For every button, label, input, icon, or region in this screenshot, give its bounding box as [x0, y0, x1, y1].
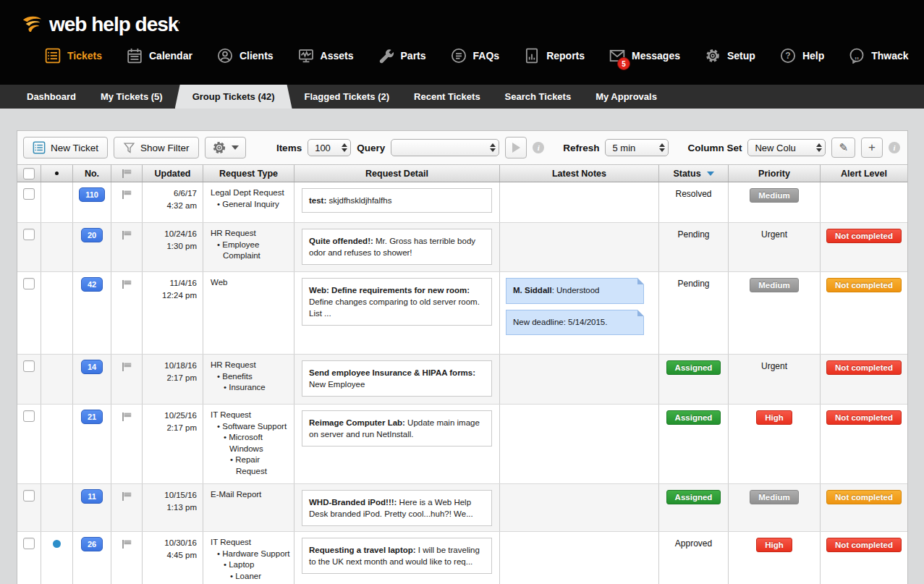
flag-toggle[interactable] [122, 362, 132, 372]
column-header-dot[interactable] [41, 165, 73, 182]
flag-toggle[interactable] [122, 190, 132, 200]
updated-cell: 10/30/164:45 pm [143, 532, 203, 584]
clients-icon [217, 48, 233, 64]
ticket-number-badge[interactable]: 11 [81, 489, 103, 504]
parts-icon [378, 48, 394, 64]
nav-item-clients[interactable]: Clients [217, 48, 274, 64]
request-detail[interactable]: Web: Define requirements for new room: D… [302, 278, 492, 326]
tab-group-tickets-42[interactable]: Group Tickets (42) [175, 85, 292, 109]
column-header-alert[interactable]: Alert Level [821, 165, 907, 182]
ticket-number-badge[interactable]: 21 [81, 410, 103, 424]
request-detail[interactable]: Reimage Computer Lab: Update main image … [302, 410, 492, 447]
nav-item-tickets[interactable]: Tickets [45, 48, 102, 64]
column-header-no[interactable]: No. [73, 165, 111, 182]
nav-item-setup[interactable]: Setup [705, 48, 755, 64]
items-per-page-select[interactable]: 100 [308, 139, 351, 156]
tab-my-approvals[interactable]: My Approvals [583, 85, 669, 109]
query-select[interactable] [391, 139, 499, 156]
query-info-icon[interactable]: i [533, 142, 544, 153]
row-checkbox[interactable] [23, 188, 35, 200]
tab-dashboard[interactable]: Dashboard [14, 85, 88, 109]
run-query-button[interactable] [505, 137, 527, 158]
show-filter-button[interactable]: Show Filter [114, 137, 199, 158]
ticket-number-cell: 26 [73, 532, 111, 584]
ticket-number-badge[interactable]: 14 [81, 360, 103, 374]
unread-cell [41, 532, 73, 584]
refresh-interval-select[interactable]: 5 min [605, 139, 669, 156]
edit-column-set-button[interactable]: ✎ [831, 137, 855, 158]
tab-flagged-tickets-2[interactable]: Flagged Tickets (2) [292, 85, 402, 109]
alert-level-cell [821, 182, 907, 222]
settings-dropdown-button[interactable] [205, 137, 246, 158]
column-header-status[interactable]: Status [659, 165, 729, 182]
flag-toggle[interactable] [122, 279, 132, 289]
flag-icon [122, 539, 132, 549]
row-checkbox[interactable] [23, 360, 35, 372]
flag-toggle[interactable] [122, 412, 132, 422]
request-detail[interactable]: test: skjdfhskldjhfalfhs [302, 188, 492, 213]
unread-cell [41, 223, 73, 271]
column-header-notes[interactable]: Latest Notes [500, 165, 659, 182]
nav-item-calendar[interactable]: Calendar [127, 48, 192, 64]
priority-badge: Medium [750, 278, 798, 292]
add-column-set-button[interactable]: + [861, 137, 883, 158]
checkbox-cell [17, 355, 41, 404]
ticket-number-badge[interactable]: 42 [81, 277, 103, 292]
column-header-detail[interactable]: Request Detail [294, 165, 500, 182]
nav-label: Reports [546, 50, 585, 62]
flag-cell [111, 532, 143, 584]
row-checkbox[interactable] [23, 278, 35, 289]
request-detail[interactable]: Send employee Insurance & HIPAA forms: N… [302, 360, 492, 397]
tab-recent-tickets[interactable]: Recent Tickets [402, 85, 493, 109]
updated-cell: 10/18/162:17 pm [143, 355, 203, 404]
nav-item-reports[interactable]: Reports [524, 48, 585, 64]
status-text: Pending [659, 229, 728, 240]
request-detail[interactable]: WHD-Branded iPod!!!: Here is a Web Help … [302, 490, 492, 526]
tab-search-tickets[interactable]: Search Tickets [493, 85, 584, 109]
column-header-flag[interactable] [111, 165, 143, 182]
nav-item-help[interactable]: ?Help [780, 48, 824, 64]
alert-level-badge: Not completed [826, 229, 902, 243]
select-all-checkbox[interactable] [23, 168, 35, 179]
column-header-updated[interactable]: Updated [143, 165, 203, 182]
checkbox-cell [17, 532, 41, 584]
column-label: Priority [758, 169, 790, 179]
request-detail-cell: Web: Define requirements for new room: D… [294, 272, 500, 354]
nav-label: Clients [240, 50, 274, 62]
flag-toggle[interactable] [122, 230, 132, 240]
tab-my-tickets-5[interactable]: My Tickets (5) [88, 85, 175, 109]
nav-item-thwack[interactable]: ,,Thwack [849, 48, 908, 64]
assets-icon [298, 48, 314, 64]
nav-item-faqs[interactable]: FAQs [451, 48, 500, 64]
request-detail[interactable]: Requesting a travel laptop: I will be tr… [302, 538, 492, 574]
query-label: Query [357, 143, 385, 153]
new-ticket-button[interactable]: New Ticket [23, 137, 108, 158]
status-cell: Approved [659, 532, 729, 584]
ticket-number-badge[interactable]: 110 [79, 187, 105, 202]
row-checkbox[interactable] [23, 538, 35, 549]
row-checkbox[interactable] [23, 410, 35, 422]
nav-item-messages[interactable]: 5Messages [609, 48, 680, 64]
ticket-number-badge[interactable]: 26 [81, 537, 103, 551]
row-checkbox[interactable] [23, 490, 35, 502]
nav-item-parts[interactable]: Parts [378, 48, 426, 64]
svg-text:,,: ,, [855, 51, 859, 60]
column-header-priority[interactable]: Priority [729, 165, 821, 182]
flag-toggle[interactable] [122, 491, 132, 502]
request-detail[interactable]: Quite offended!: Mr. Gross has terrible … [302, 229, 492, 265]
updated-cell: 10/24/161:30 pm [143, 223, 203, 271]
request-type-cell: E-Mail Report [203, 484, 294, 531]
flag-toggle[interactable] [122, 539, 132, 549]
column-header-check[interactable] [17, 165, 41, 182]
nav-item-assets[interactable]: Assets [298, 48, 354, 64]
svg-text:?: ? [785, 51, 790, 61]
row-checkbox[interactable] [23, 229, 35, 240]
ticket-number-badge[interactable]: 20 [81, 228, 103, 242]
alert-level-cell: Not completed [821, 355, 907, 404]
column-set-info-icon[interactable]: i [889, 142, 900, 153]
priority-cell: Medium [729, 484, 821, 531]
priority-cell: Medium [729, 272, 821, 354]
column-set-select[interactable]: New Colu [747, 139, 826, 156]
status-cell: Assigned [659, 484, 729, 531]
column-header-type[interactable]: Request Type [203, 165, 294, 182]
